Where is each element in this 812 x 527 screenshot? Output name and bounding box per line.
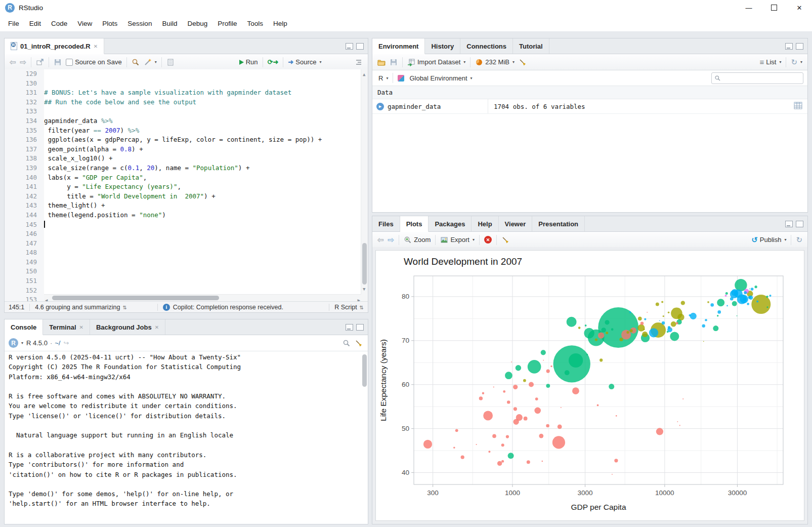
- remove-plot-button[interactable]: ✕: [482, 235, 494, 245]
- source-label: Source: [295, 58, 316, 66]
- tab-viewer[interactable]: Viewer: [499, 216, 533, 231]
- maximize-pane-icon[interactable]: [356, 324, 364, 331]
- refresh-environment-icon[interactable]: ↻▾: [789, 57, 804, 68]
- editor-vertical-scrollbar[interactable]: ▲ ▼: [361, 69, 368, 301]
- maximize-button[interactable]: [761, 0, 787, 15]
- document-outline-icon[interactable]: [353, 57, 365, 67]
- tab-packages[interactable]: Packages: [429, 216, 472, 231]
- clear-console-icon[interactable]: [353, 338, 365, 348]
- menu-profile[interactable]: Profile: [212, 17, 242, 30]
- refresh-plot-icon[interactable]: ↻: [794, 234, 804, 246]
- plots-toolbar: ⇦ ⇨ Zoom Export ▾ ✕ ↺ Publish ▾ ↻: [372, 232, 807, 248]
- save-icon[interactable]: [52, 57, 64, 67]
- section-selector[interactable]: 4.6 grouping and summarizing⇅: [35, 304, 127, 311]
- tab-tutorial[interactable]: Tutorial: [513, 38, 549, 54]
- minimize-pane-icon[interactable]: [785, 43, 793, 50]
- source-button[interactable]: ➜ Source ▾: [286, 57, 323, 67]
- export-plot-button[interactable]: Export ▾: [438, 235, 477, 245]
- menu-help[interactable]: Help: [268, 17, 292, 30]
- info-icon: i: [163, 304, 170, 311]
- menu-code[interactable]: Code: [46, 17, 72, 30]
- publish-icon: ↺: [751, 235, 758, 245]
- save-workspace-icon[interactable]: [388, 57, 400, 67]
- clear-all-plots-icon[interactable]: [499, 235, 511, 245]
- minimize-pane-icon[interactable]: [346, 324, 353, 331]
- code-tools-icon[interactable]: ▾: [142, 57, 159, 67]
- close-tab-icon[interactable]: ✕: [79, 325, 83, 330]
- file-type-selector[interactable]: R Script⇅: [334, 304, 364, 311]
- tab-connections[interactable]: Connections: [460, 38, 513, 54]
- menu-build[interactable]: Build: [157, 17, 182, 30]
- console-output-area[interactable]: R version 4.5.0 (2025-04-11 ucrt) -- "Ho…: [5, 350, 368, 524]
- previous-plot-icon[interactable]: ⇦: [375, 234, 386, 246]
- view-data-table-icon[interactable]: [794, 102, 802, 111]
- maximize-pane-icon[interactable]: [356, 43, 364, 50]
- compile-report-icon[interactable]: [164, 57, 177, 67]
- scrollbar-thumb[interactable]: [362, 243, 367, 285]
- code-area[interactable]: # BONUS: Let's have a sample visualizati…: [44, 69, 368, 301]
- working-directory[interactable]: ~/: [55, 339, 60, 347]
- maximize-pane-icon[interactable]: [796, 221, 803, 227]
- forward-icon[interactable]: ⇨: [18, 57, 29, 68]
- minimize-pane-icon[interactable]: [785, 221, 793, 227]
- svg-text:Life Expectancy (years): Life Expectancy (years): [379, 339, 388, 421]
- tab-environment[interactable]: Environment: [372, 38, 425, 54]
- back-icon[interactable]: ⇦: [8, 57, 18, 68]
- next-plot-icon[interactable]: ⇨: [386, 234, 397, 246]
- maximize-pane-icon[interactable]: [796, 43, 803, 50]
- run-button[interactable]: Run: [237, 57, 260, 67]
- expand-object-icon[interactable]: ▶: [376, 103, 384, 110]
- close-tab-icon[interactable]: ✕: [155, 325, 159, 330]
- tab-01-intror-precoded-r[interactable]: 01_introR_precoded.R✕: [5, 38, 104, 54]
- tab-terminal[interactable]: Terminal✕: [43, 319, 90, 335]
- r-version-icon[interactable]: R: [9, 338, 18, 348]
- menu-session[interactable]: Session: [122, 17, 157, 30]
- search-console-icon[interactable]: [340, 338, 353, 348]
- language-selector[interactable]: R▾: [376, 73, 390, 83]
- menu-file[interactable]: File: [3, 17, 24, 30]
- tab-presentation[interactable]: Presentation: [532, 216, 585, 231]
- console-scrollbar[interactable]: [361, 350, 368, 524]
- close-tab-icon[interactable]: ✕: [94, 44, 98, 49]
- close-button[interactable]: ✕: [787, 0, 812, 15]
- tab-plots[interactable]: Plots: [400, 216, 429, 232]
- environment-search-input[interactable]: [711, 72, 803, 84]
- menu-edit[interactable]: Edit: [24, 17, 46, 30]
- clear-objects-icon[interactable]: [517, 57, 529, 67]
- code-editor[interactable]: 1291301311321331341351361371381391401411…: [5, 69, 368, 301]
- scrollbar-thumb[interactable]: [362, 354, 367, 387]
- environment-object-row[interactable]: ▶ gapminder_data 1704 obs. of 6 variable…: [372, 99, 807, 114]
- memory-usage-button[interactable]: 232 MiB ▾: [473, 57, 517, 67]
- source-tabbar: 01_introR_precoded.R✕: [5, 38, 368, 54]
- scrollbar-thumb[interactable]: [52, 296, 219, 300]
- minimize-pane-icon[interactable]: [346, 43, 353, 50]
- source-on-save-checkbox[interactable]: Source on Save: [64, 57, 124, 67]
- r-version-label: R 4.5.0: [26, 339, 48, 347]
- menu-tools[interactable]: Tools: [242, 17, 268, 30]
- editor-horizontal-scrollbar[interactable]: ◀ ▶: [44, 294, 361, 301]
- line-number-gutter: 1291301311321331341351361371381391401411…: [5, 69, 44, 301]
- menu-debug[interactable]: Debug: [182, 17, 212, 30]
- goto-directory-icon[interactable]: ↪: [64, 339, 69, 347]
- find-replace-icon[interactable]: [130, 57, 142, 67]
- import-dataset-button[interactable]: Import Dataset ▾: [405, 57, 467, 67]
- tab-files[interactable]: Files: [372, 216, 400, 231]
- svg-text:300: 300: [427, 489, 439, 497]
- environment-scope-selector[interactable]: Global Environment ▾: [396, 73, 474, 83]
- tab-help[interactable]: Help: [472, 216, 498, 231]
- popout-editor-icon[interactable]: [34, 57, 46, 67]
- minimize-button[interactable]: —: [736, 0, 761, 15]
- load-workspace-icon[interactable]: [375, 57, 388, 67]
- environment-scope-label: Global Environment: [409, 74, 467, 82]
- tab-background-jobs[interactable]: Background Jobs✕: [90, 319, 165, 335]
- tab-history[interactable]: History: [425, 38, 460, 54]
- menu-plots[interactable]: Plots: [97, 17, 122, 30]
- publish-button[interactable]: ↺ Publish ▾: [749, 234, 788, 246]
- zoom-plot-button[interactable]: Zoom: [402, 235, 433, 245]
- list-view-toggle[interactable]: ≡ List ▾: [757, 57, 783, 67]
- tab-console[interactable]: Console: [5, 319, 43, 335]
- search-icon: [714, 75, 721, 82]
- checkbox-icon: [66, 59, 73, 66]
- rerun-icon[interactable]: ⟳➜: [266, 57, 281, 67]
- menu-view[interactable]: View: [72, 17, 97, 30]
